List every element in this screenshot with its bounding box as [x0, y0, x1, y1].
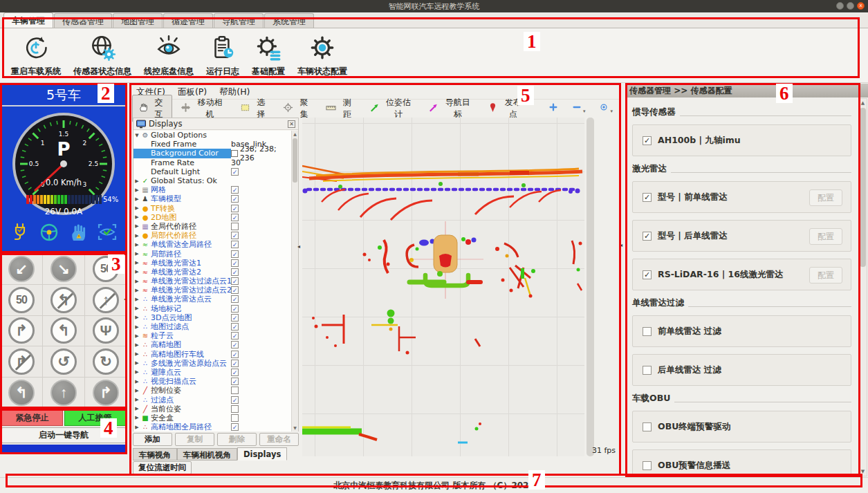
sensor-panel-scrollbar[interactable]: ▲ ▼ — [858, 98, 867, 476]
tree-item-当前位姿[interactable]: ▶╱当前位姿 — [133, 404, 292, 413]
dot-tool-button[interactable]: ▾ — [593, 100, 618, 116]
splitter-collapse-icon[interactable]: ◂ — [620, 242, 622, 248]
expand-arrow-icon[interactable]: ▶ — [133, 205, 140, 211]
sign-turn-right-button[interactable]: ↱ — [85, 378, 127, 408]
tree-item-Global Status: Ok[interactable]: ▶✓Global Status: Ok — [133, 176, 292, 185]
sign-down-right-button[interactable]: ↘ — [43, 254, 84, 284]
expand-arrow-icon[interactable]: ▶ — [133, 279, 140, 284]
sign-fork-button[interactable]: Ψ — [85, 316, 127, 346]
scroll-up-icon[interactable]: ▲ — [292, 131, 298, 138]
sign-turn-left-button[interactable]: ↰ — [1, 378, 42, 408]
checkbox[interactable]: ✓ — [231, 268, 239, 276]
tab-循迹管理[interactable]: 循迹管理 — [163, 13, 213, 28]
tree-item-单线激光雷达过滤点云1[interactable]: ▶≈单线激光雷达过滤点云1✓ — [133, 277, 292, 286]
scroll-down-icon[interactable]: ▼ — [292, 425, 298, 431]
close-icon[interactable]: ✕ — [288, 120, 295, 128]
checkbox[interactable]: ✓ — [231, 378, 239, 385]
expand-arrow-icon[interactable]: ▶ — [133, 223, 140, 229]
expand-arrow-icon[interactable]: ▶ — [133, 369, 140, 375]
tree-item-车辆模型[interactable]: ▶♟车辆模型✓ — [133, 194, 292, 203]
tree-item-高精地图全局路径[interactable]: ▶∴高精地图全局路径✓ — [133, 422, 292, 431]
checkbox[interactable]: ✓ — [231, 250, 239, 258]
tree-item-过滤点[interactable]: ▶∴过滤点✓ — [133, 395, 292, 404]
tree-item-Background Color[interactable]: Background Color238; 238; 236 — [133, 149, 292, 158]
checkbox[interactable]: ✓ — [231, 423, 239, 431]
sign-no-straight-button[interactable]: ↑ — [85, 285, 127, 315]
checkbox[interactable]: ✓ — [231, 305, 239, 313]
tree-item-局部代价路径[interactable]: ▶●局部代价路径✓ — [133, 231, 292, 240]
minimize-button[interactable] — [836, 2, 844, 10]
tree-item-单线激光雷达2[interactable]: ▶≈单线激光雷达2✓ — [133, 268, 292, 277]
view-scrollbar[interactable] — [587, 118, 594, 456]
tree-item-全局代价路径[interactable]: ▶▦全局代价路径 — [133, 222, 292, 231]
tab-系统管理[interactable]: 系统管理 — [264, 13, 314, 28]
checkbox[interactable]: ✓ — [231, 396, 239, 404]
tab-车辆管理[interactable]: 车辆管理 — [3, 12, 53, 28]
checkbox[interactable]: ✓ — [231, 369, 239, 376]
expand-arrow-icon[interactable]: ▶ — [133, 342, 140, 348]
expand-arrow-icon[interactable]: ▶ — [133, 315, 140, 320]
tree-item-单线激光雷达1[interactable]: ▶≈单线激光雷达1✓ — [133, 259, 292, 268]
tree-item-单线激光雷达点云[interactable]: ▶∴单线激光雷达点云✓ — [133, 295, 292, 304]
checkbox[interactable]: ✓ — [643, 232, 652, 241]
sign-speed-50-button[interactable]: 50 — [85, 254, 127, 284]
checkbox[interactable]: ✓ — [643, 136, 652, 145]
expand-arrow-icon[interactable]: ▶ — [133, 251, 140, 257]
checkbox[interactable]: ✓ — [231, 351, 239, 358]
sign-no-left-turn-button[interactable]: ↰ — [43, 285, 84, 315]
checkbox[interactable] — [643, 461, 652, 470]
zoom-in-button[interactable] — [543, 100, 564, 116]
reset-elapsed-time-button[interactable]: 复位流逝时间 — [133, 461, 192, 474]
sign-down-left-button[interactable]: ↙ — [1, 254, 42, 284]
tab-导航管理[interactable]: 导航管理 — [214, 13, 264, 28]
ribbon-button-车辆状态配置[interactable]: 车辆状态配置 — [293, 32, 351, 79]
color-swatch[interactable] — [231, 150, 238, 157]
splitter-collapse-icon[interactable]: ◂ — [124, 296, 127, 302]
close-button[interactable]: x — [857, 2, 865, 10]
checkbox[interactable]: ✓ — [231, 232, 239, 239]
maximize-button[interactable] — [847, 2, 854, 10]
expand-arrow-icon[interactable]: ▶ — [133, 360, 140, 366]
checkbox[interactable]: ✓ — [643, 270, 652, 279]
displays-tree-scrollbar[interactable]: ▲ ▼ — [291, 131, 298, 431]
tree-item-2D地图[interactable]: ▶●2D地图✓ — [133, 213, 292, 222]
checkbox[interactable]: ✓ — [231, 295, 239, 303]
ribbon-button-传感器状态信息[interactable]: 传感器状态信息 — [69, 32, 136, 79]
checkbox[interactable]: ✓ — [231, 323, 239, 331]
expand-arrow-icon[interactable]: ▶ — [133, 233, 140, 239]
view-tab-车辆视角[interactable]: 车辆视角 — [133, 448, 177, 461]
checkbox[interactable]: ✓ — [231, 205, 239, 212]
checkbox[interactable]: ✓ — [231, 259, 239, 267]
tree-item-控制位姿[interactable]: ▶╱控制位姿 — [133, 386, 292, 395]
tab-传感器管理[interactable]: 传感器管理 — [54, 13, 112, 28]
scroll-up-icon[interactable]: ▲ — [859, 99, 867, 107]
checkbox[interactable]: ✓ — [231, 277, 239, 285]
ribbon-button-基础配置[interactable]: 基础配置 — [248, 32, 289, 79]
expand-arrow-icon[interactable]: ▶ — [133, 324, 140, 330]
checkbox[interactable]: ✓ — [231, 168, 239, 176]
expand-arrow-icon[interactable]: ▶ — [133, 415, 140, 420]
ribbon-button-线控底盘信息[interactable]: 线控底盘信息 — [140, 32, 198, 79]
checkbox[interactable]: ✓ — [643, 193, 652, 202]
tree-item-3D点云地图[interactable]: ▶∴3D点云地图✓ — [133, 313, 292, 322]
tree-item-避障点云[interactable]: ▶∴避障点云✓ — [133, 368, 292, 377]
expand-arrow-icon[interactable]: ▶ — [133, 406, 140, 411]
checkbox[interactable] — [643, 327, 652, 336]
tree-item-地图过滤点[interactable]: ▶∴地图过滤点✓ — [133, 322, 292, 331]
expand-arrow-icon[interactable]: ▶ — [133, 388, 140, 393]
view-tab-Displays[interactable]: Displays — [237, 447, 287, 461]
sign-left-curve-button[interactable]: ↰ — [43, 316, 84, 346]
tree-item-Frame Rate[interactable]: Frame Rate30 — [133, 158, 292, 167]
scroll-down-icon[interactable]: ▼ — [859, 467, 867, 476]
checkbox[interactable]: ✓ — [231, 241, 239, 248]
sign-no-right-turn-button[interactable]: ↱ — [1, 346, 42, 377]
checkbox[interactable] — [643, 422, 652, 431]
expand-arrow-icon[interactable]: ▶ — [133, 178, 140, 184]
ribbon-button-重启车载系统[interactable]: 重启车载系统 — [7, 32, 65, 79]
expand-arrow-icon[interactable]: ▶ — [133, 242, 140, 248]
manual-takeover-button[interactable]: 人工接管 — [64, 410, 126, 426]
ribbon-button-运行日志[interactable]: 运行日志 — [202, 32, 243, 79]
expand-arrow-icon[interactable]: ▶ — [133, 397, 140, 402]
checkbox[interactable] — [231, 387, 239, 394]
checkbox[interactable]: ✓ — [231, 214, 239, 221]
